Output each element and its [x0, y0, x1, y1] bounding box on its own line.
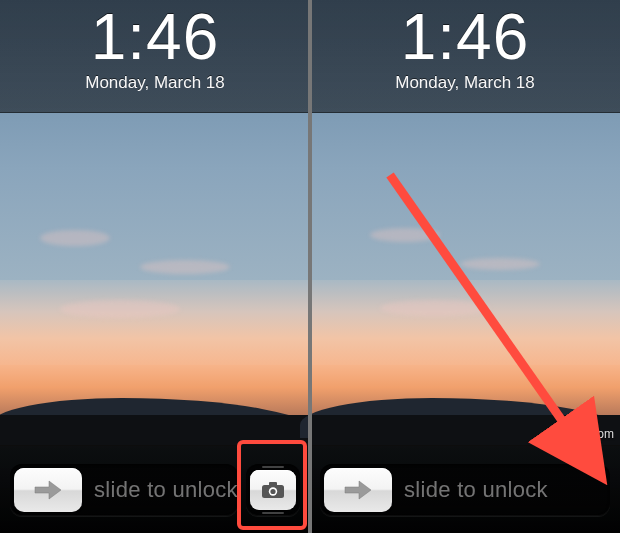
clock-date: Monday, March 18 [310, 73, 620, 93]
unlock-slider-knob[interactable] [14, 468, 82, 512]
svg-rect-1 [269, 482, 277, 486]
camera-shortcut[interactable] [246, 464, 300, 516]
clock-time: 1:46 [310, 4, 620, 71]
slide-label: slide to unlock [82, 477, 238, 503]
clock-date: Monday, March 18 [0, 73, 310, 93]
unlock-slider-knob[interactable] [324, 468, 392, 512]
lock-clock-bar: 1:46 Monday, March 18 [310, 0, 620, 113]
slide-to-unlock[interactable]: slide to unlock [10, 464, 238, 516]
arrow-right-icon [33, 478, 63, 502]
lock-clock-bar: 1:46 Monday, March 18 [0, 0, 310, 113]
grabber-line [262, 466, 284, 468]
arrow-right-icon [343, 478, 373, 502]
lockscreen-right: 1:46 Monday, March 18 osxdaily.com slide… [310, 0, 620, 533]
pane-divider [308, 0, 312, 533]
camera-icon [261, 481, 285, 499]
svg-point-3 [270, 488, 275, 493]
lockscreen-left: 1:46 Monday, March 18 slide to unlock [0, 0, 310, 533]
clock-time: 1:46 [0, 4, 310, 71]
slide-label: slide to unlock [392, 477, 610, 503]
lock-bottom-bar: slide to unlock [0, 445, 310, 533]
lock-bottom-bar: slide to unlock [310, 445, 620, 533]
slide-to-unlock[interactable]: slide to unlock [320, 464, 610, 516]
camera-button[interactable] [250, 470, 296, 510]
grabber-line [262, 512, 284, 514]
watermark-text: osxdaily.com [546, 427, 614, 441]
